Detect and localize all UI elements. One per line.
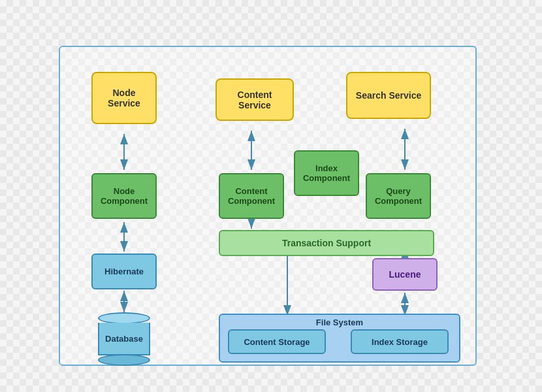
hibernate-box: Hibernate — [91, 253, 157, 289]
node-component-box: NodeComponent — [91, 173, 157, 219]
transaction-support-label: Transaction Support — [282, 238, 371, 248]
index-component-label: Index Component — [299, 163, 354, 183]
content-service-label: Content Service — [221, 90, 289, 110]
cylinder-bottom — [98, 354, 150, 366]
content-storage-label: Content Storage — [244, 337, 310, 347]
index-storage-box: Index Storage — [351, 329, 449, 354]
lucene-box: Lucene — [372, 258, 438, 291]
database-cylinder: Database — [91, 312, 157, 366]
content-component-box: ContentComponent — [219, 173, 284, 219]
content-service-box: Content Service — [215, 78, 294, 121]
node-service-label: NodeService — [108, 88, 140, 108]
query-component-label: QueryComponent — [375, 186, 422, 206]
filesystem-label: File System — [220, 318, 459, 327]
content-component-label: ContentComponent — [228, 186, 275, 206]
hibernate-label: Hibernate — [104, 267, 144, 276]
index-storage-label: Index Storage — [372, 337, 428, 347]
search-service-box: Search Service — [346, 72, 431, 119]
search-service-label: Search Service — [356, 90, 421, 101]
node-service-box: NodeService — [91, 72, 157, 124]
filesystem-box: File System Content Storage Index Storag… — [219, 314, 460, 363]
content-storage-box: Content Storage — [228, 329, 326, 354]
query-component-box: QueryComponent — [366, 173, 431, 219]
diagram-container: NodeService Content Service Search Servi… — [59, 20, 483, 372]
transaction-support-box: Transaction Support — [219, 230, 434, 256]
node-component-label: NodeComponent — [101, 186, 148, 206]
database-label: Database — [105, 334, 143, 344]
lucene-label: Lucene — [389, 269, 421, 280]
index-component-box: Index Component — [294, 150, 359, 196]
cylinder-body: Database — [98, 323, 150, 355]
